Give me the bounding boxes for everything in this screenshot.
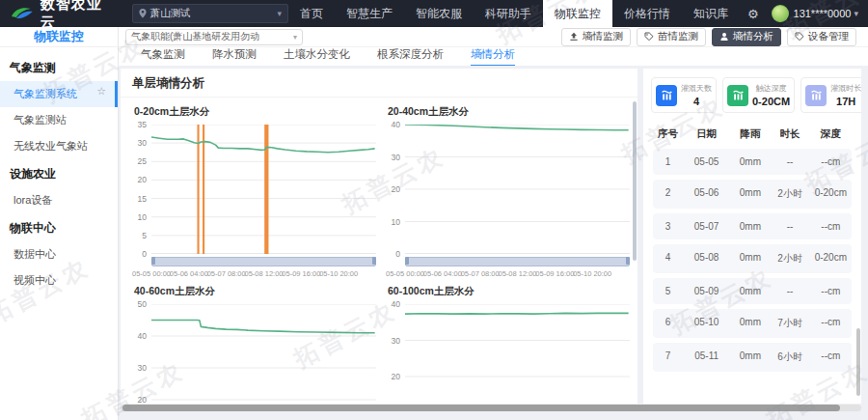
tab-土壤水分变化[interactable]: 土壤水分变化 — [284, 47, 350, 67]
location-select[interactable]: 萧山测试 ▾ — [132, 4, 288, 23]
sidebar-item-数据中心[interactable]: 数据中心 — [0, 241, 118, 267]
墒情监测-button[interactable]: 墒情监测 — [561, 28, 631, 46]
table-cell: 6 — [653, 317, 683, 330]
y-axis: 05101520253035 — [128, 125, 151, 254]
table-cell: 2 — [653, 187, 683, 201]
table-cell: --cm — [810, 221, 852, 232]
y-tick-label: 0 — [395, 249, 400, 259]
x-tick-label: 05-07 08:00 — [207, 269, 246, 278]
sidebar-section-气象监测: 气象监测 — [0, 53, 118, 81]
table-cell: -- — [771, 221, 810, 232]
y-axis: 10203040 — [382, 304, 405, 404]
table-cell: 0mm — [730, 221, 770, 232]
horizontal-scrollbar-track — [121, 405, 861, 411]
苗情监测-button[interactable]: 苗情监测 — [637, 28, 706, 46]
table-row[interactable]: 205-060mm2小时0-20cm — [653, 180, 852, 209]
stat-cards: 灌溉天数 4 触达深度 0-20CM 灌溉时长 17H — [643, 69, 861, 119]
nav-item-首页[interactable]: 首页 — [288, 0, 335, 27]
x-tick-label: 05-09 16:00 — [535, 269, 574, 278]
charts-panel-scrollbar[interactable] — [633, 101, 637, 261]
user-phone: 131****0000 — [794, 8, 852, 19]
button-label: 设备管理 — [808, 30, 849, 43]
y-tick-label: 40 — [392, 120, 400, 129]
table-cell: 7 — [653, 350, 683, 364]
table-cell: 05-06 — [683, 187, 730, 201]
y-tick-label: 20 — [392, 184, 400, 194]
datazoom-slider[interactable] — [405, 257, 630, 266]
tab-气象监测[interactable]: 气象监测 — [141, 47, 185, 67]
x-tick-label: 05-05 00:00 — [386, 269, 424, 278]
table-cell: 4 — [653, 252, 683, 266]
star-icon[interactable]: ☆ — [96, 85, 106, 98]
person-icon — [719, 32, 729, 42]
user-avatar[interactable] — [772, 5, 789, 22]
irrigation-icon — [661, 89, 673, 101]
sidebar-item-视频中心[interactable]: 视频中心 — [0, 267, 118, 294]
datazoom-handle-left[interactable] — [405, 257, 409, 265]
stat-icon-box — [656, 85, 677, 106]
table-cell: 0mm — [730, 350, 770, 364]
datazoom-handle-left[interactable] — [151, 257, 155, 265]
table-cell: --cm — [810, 317, 852, 330]
chart-plot[interactable] — [151, 125, 376, 254]
sidebar-item-lora设备[interactable]: lora设备 — [0, 187, 118, 213]
table-row[interactable]: 305-070mm----cm — [653, 213, 852, 239]
horizontal-scrollbar-thumb[interactable] — [122, 405, 840, 411]
y-tick-label: 5 — [142, 231, 147, 240]
tab-降水预测[interactable]: 降水预测 — [212, 47, 257, 67]
table-header: 序号日期降雨时长深度 — [653, 121, 852, 149]
table-row[interactable]: 105-050mm----cm — [653, 149, 852, 175]
y-tick-label: 40 — [138, 331, 147, 341]
table-cell: 0mm — [730, 286, 770, 296]
table-cell: 05-08 — [683, 252, 730, 266]
墒情分析-button[interactable]: 墒情分析 — [712, 28, 781, 46]
user-menu[interactable]: 131****0000 ▾ — [794, 8, 868, 19]
x-tick-label: 05-06 04:00 — [170, 269, 208, 278]
chevron-down-icon: ▾ — [278, 9, 283, 18]
table-scrollbar[interactable] — [856, 328, 860, 396]
column-header-日期: 日期 — [683, 127, 730, 141]
tab-根系深度分析[interactable]: 根系深度分析 — [377, 47, 444, 67]
sidebar-item-气象监测站[interactable]: 气象监测站 — [0, 107, 118, 133]
nav-item-智能农服[interactable]: 智能农服 — [404, 0, 474, 27]
x-tick-label: 05-09 16:00 — [282, 269, 320, 278]
chart-plot[interactable] — [405, 304, 630, 404]
chart-0-20cm: 0-20cm土层水分 05101520253035 05-05 00:0005-… — [128, 99, 376, 279]
nav-item-价格行情[interactable]: 价格行情 — [612, 0, 682, 27]
location-pin-icon — [139, 9, 147, 18]
charts-panel: 单层墒情分析 0-20cm土层水分 05101520253035 05-05 0… — [121, 69, 637, 404]
datazoom-handle-right[interactable] — [626, 257, 630, 265]
x-tick-label: 05-05 00:00 — [132, 269, 171, 278]
chart-plot[interactable] — [405, 125, 630, 254]
datazoom-handle-right[interactable] — [372, 257, 376, 265]
gear-icon[interactable]: ⚙ — [740, 7, 767, 21]
y-tick-label: 25 — [138, 156, 147, 166]
chevron-down-icon: ▾ — [854, 9, 858, 18]
tab-bar: 气象监测降水预测土壤水分变化根系深度分析墒情分析 — [118, 47, 868, 68]
table-cell: 05-05 — [683, 156, 730, 167]
chart-40-60cm: 40-60cm土层水分 20304050 — [128, 279, 376, 404]
table-row[interactable]: 505-090mm----cm — [653, 278, 852, 304]
nav-item-科研助手[interactable]: 科研助手 — [474, 0, 543, 27]
table-row[interactable]: 605-100mm7小时--cm — [653, 309, 852, 338]
设备管理-button[interactable]: 设备管理 — [787, 28, 856, 46]
chart-plot[interactable] — [151, 304, 376, 404]
table-body: 105-050mm----cm205-060mm2小时0-20cm305-070… — [653, 149, 852, 372]
table-cell: 05-07 — [683, 221, 730, 232]
sidebar-item-无线农业气象站[interactable]: 无线农业气象站 — [0, 133, 118, 159]
x-tick-label: 05-08 12:00 — [244, 269, 283, 278]
table-row[interactable]: 705-110mm6小时--cm — [653, 343, 852, 372]
nav-item-物联监控[interactable]: 物联监控 — [543, 0, 612, 27]
stat-value: 17H — [836, 96, 855, 107]
datazoom-slider[interactable] — [151, 257, 376, 266]
nav-item-智慧生产[interactable]: 智慧生产 — [335, 0, 404, 27]
nav-item-知识库[interactable]: 知识库 — [682, 0, 740, 27]
device-select[interactable]: 气象职能(萧山基地研发用勿动 ▾ — [125, 29, 303, 45]
table-row[interactable]: 405-080mm2小时0-20cm — [653, 244, 852, 273]
tab-墒情分析[interactable]: 墒情分析 — [471, 47, 515, 67]
table-cell: 6小时 — [771, 350, 810, 364]
content-area: 单层墒情分析 0-20cm土层水分 05101520253035 05-05 0… — [118, 66, 868, 420]
button-label: 墒情监测 — [583, 30, 623, 43]
y-tick-label: 30 — [138, 138, 147, 148]
sidebar-item-气象监测系统[interactable]: 气象监测系统☆ — [0, 81, 118, 107]
